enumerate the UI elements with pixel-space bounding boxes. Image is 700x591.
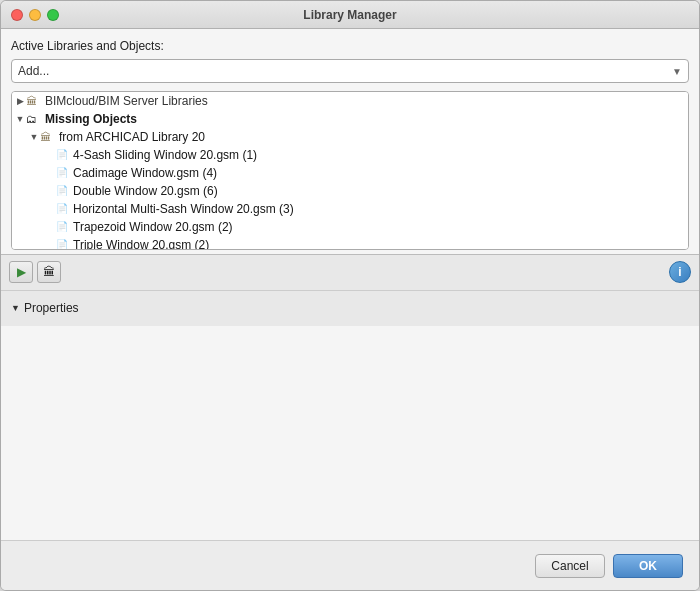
list-item[interactable]: 📄 Cadimage Window.gsm (4)	[12, 164, 688, 182]
library-manager-window: Library Manager Active Libraries and Obj…	[0, 0, 700, 591]
tree-container[interactable]: ▶ 🏛 BIMcloud/BIM Server Libraries ▼ 🗂 Mi…	[11, 91, 689, 250]
archicad-lib-icon: 🏛	[40, 131, 56, 143]
properties-label: Properties	[24, 301, 79, 315]
list-item[interactable]: 📄 Double Window 20.gsm (6)	[12, 182, 688, 200]
properties-content	[1, 326, 699, 541]
item-label: 4-Sash Sliding Window 20.gsm (1)	[73, 148, 257, 162]
list-item[interactable]: 📄 Horizontal Multi-Sash Window 20.gsm (3…	[12, 200, 688, 218]
play-button[interactable]: ▶	[9, 261, 33, 283]
properties-chevron-icon: ▼	[11, 303, 20, 313]
cancel-button[interactable]: Cancel	[535, 554, 605, 578]
play-icon: ▶	[17, 265, 26, 279]
bimserver-label: BIMcloud/BIM Server Libraries	[45, 94, 208, 108]
list-item[interactable]: 📄 Triple Window 20.gsm (2)	[12, 236, 688, 250]
spacer-icon	[44, 239, 56, 250]
properties-bar: ▼ Properties	[1, 290, 699, 326]
missing-objects-item[interactable]: ▼ 🗂 Missing Objects	[12, 110, 688, 128]
add-bar: Add... ▼	[11, 59, 689, 83]
dropdown-arrow-icon: ▼	[672, 66, 682, 77]
gsm-icon: 📄	[56, 167, 70, 179]
properties-toggle[interactable]: ▼ Properties	[11, 301, 79, 315]
missing-objects-label: Missing Objects	[45, 112, 137, 126]
gsm-icon: 📄	[56, 239, 70, 250]
item-label: Horizontal Multi-Sash Window 20.gsm (3)	[73, 202, 294, 216]
missing-expand-icon: ▼	[14, 113, 26, 125]
gsm-icon: 📄	[56, 185, 70, 197]
gsm-icon: 📄	[56, 149, 70, 161]
archicad-lib-label: from ARCHICAD Library 20	[59, 130, 205, 144]
gsm-icon: 📄	[56, 203, 70, 215]
titlebar: Library Manager	[1, 1, 699, 29]
archicad-expand-icon: ▼	[28, 131, 40, 143]
library-button[interactable]: 🏛	[37, 261, 61, 283]
ok-button[interactable]: OK	[613, 554, 683, 578]
spacer-icon	[44, 203, 56, 215]
section-label: Active Libraries and Objects:	[11, 39, 689, 53]
library-icon: 🏛	[43, 265, 55, 279]
archicad-lib-item[interactable]: ▼ 🏛 from ARCHICAD Library 20	[12, 128, 688, 146]
list-item[interactable]: 📄 Trapezoid Window 20.gsm (2)	[12, 218, 688, 236]
spacer-icon	[44, 167, 56, 179]
spacer-icon	[44, 221, 56, 233]
maximize-button[interactable]	[47, 9, 59, 21]
minimize-button[interactable]	[29, 9, 41, 21]
missing-folder-icon: 🗂	[26, 113, 42, 125]
list-item[interactable]: 📄 4-Sash Sliding Window 20.gsm (1)	[12, 146, 688, 164]
library-icon: 🏛	[26, 95, 42, 107]
bottom-toolbar: ▶ 🏛 i	[1, 254, 699, 290]
window-title: Library Manager	[303, 8, 396, 22]
info-icon: i	[678, 265, 681, 279]
item-label: Double Window 20.gsm (6)	[73, 184, 218, 198]
titlebar-buttons	[11, 9, 59, 21]
footer-bar: Cancel OK	[1, 540, 699, 590]
bimserver-item[interactable]: ▶ 🏛 BIMcloud/BIM Server Libraries	[12, 92, 688, 110]
spacer-icon	[44, 185, 56, 197]
gsm-icon: 📄	[56, 221, 70, 233]
add-dropdown[interactable]: Add... ▼	[11, 59, 689, 83]
main-content: Active Libraries and Objects: Add... ▼ ▶…	[1, 29, 699, 254]
toolbar-left: ▶ 🏛	[9, 261, 61, 283]
info-button[interactable]: i	[669, 261, 691, 283]
add-dropdown-text: Add...	[18, 64, 49, 78]
spacer-icon	[44, 149, 56, 161]
item-label: Trapezoid Window 20.gsm (2)	[73, 220, 233, 234]
item-label: Cadimage Window.gsm (4)	[73, 166, 217, 180]
expand-icon: ▶	[14, 95, 26, 107]
item-label: Triple Window 20.gsm (2)	[73, 238, 209, 250]
close-button[interactable]	[11, 9, 23, 21]
